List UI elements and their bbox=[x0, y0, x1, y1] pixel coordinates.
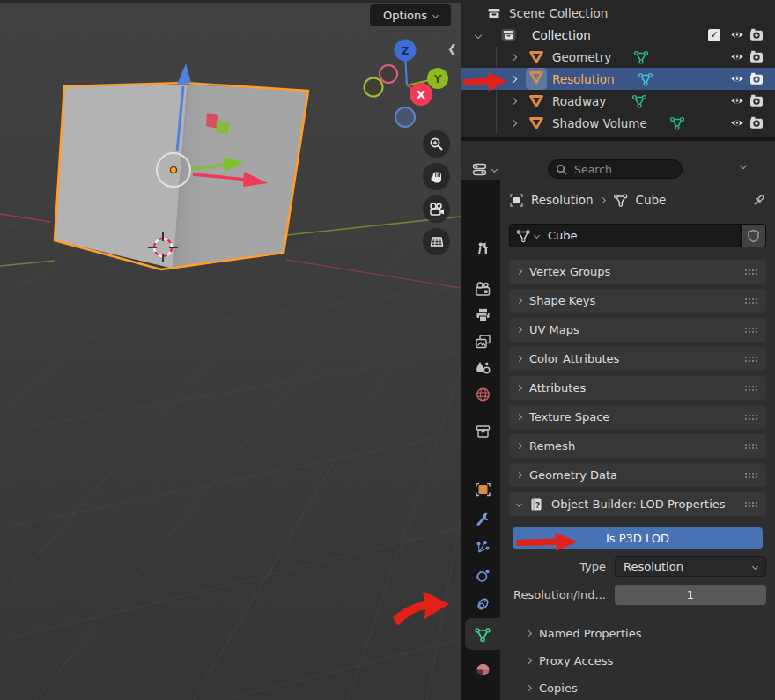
search-input[interactable] bbox=[572, 162, 669, 177]
panel-uv-maps[interactable]: UV Maps bbox=[509, 318, 766, 342]
tab-output[interactable] bbox=[465, 301, 500, 329]
navigation-gizmo[interactable]: Z Y X bbox=[359, 35, 458, 130]
outliner-row-shadow-volume[interactable]: Shadow Volume bbox=[461, 112, 775, 134]
expand-chevron-icon[interactable] bbox=[510, 75, 517, 82]
eye-icon[interactable] bbox=[730, 94, 744, 107]
axis-ball-neg-x bbox=[380, 65, 397, 83]
wrench-icon bbox=[475, 512, 491, 527]
panel-grip-icon[interactable] bbox=[744, 297, 758, 306]
camera-restrict-icon[interactable] bbox=[749, 94, 764, 107]
expand-chevron-icon[interactable] bbox=[475, 31, 482, 38]
pan-button[interactable] bbox=[423, 163, 450, 190]
mesh-data-icon bbox=[515, 228, 531, 243]
tab-world[interactable] bbox=[465, 380, 500, 409]
outliner-row-geometry[interactable]: Geometry bbox=[461, 46, 775, 68]
tab-tool[interactable] bbox=[465, 234, 500, 262]
tab-scene[interactable] bbox=[465, 354, 500, 382]
panel-lod-properties[interactable]: ? Object Builder: LOD Properties bbox=[509, 492, 766, 516]
subpanel-proxy-access[interactable]: Proxy Access bbox=[509, 650, 766, 671]
tab-collection[interactable] bbox=[465, 417, 500, 446]
panel-texture-space[interactable]: Texture Space bbox=[509, 405, 766, 429]
panel-grip-icon[interactable] bbox=[744, 355, 758, 364]
pin-icon[interactable] bbox=[751, 193, 766, 208]
search-icon bbox=[556, 164, 567, 175]
tab-view-layer[interactable] bbox=[465, 328, 500, 356]
panel-grip-icon[interactable] bbox=[744, 384, 758, 393]
panel-vertex-groups[interactable]: Vertex Groups bbox=[509, 260, 766, 284]
eye-icon[interactable] bbox=[730, 28, 744, 41]
particles-icon bbox=[475, 540, 491, 556]
panel-color-attributes[interactable]: Color Attributes bbox=[509, 347, 766, 371]
panel-grip-icon[interactable] bbox=[744, 471, 758, 480]
camera-restrict-icon[interactable] bbox=[749, 28, 764, 41]
object-icon bbox=[528, 92, 545, 109]
panel-grip-icon[interactable] bbox=[744, 326, 758, 335]
options-dropdown[interactable]: Options bbox=[370, 4, 451, 26]
mesh-name-value[interactable]: Cube bbox=[548, 229, 578, 242]
camera-restrict-icon[interactable] bbox=[749, 50, 764, 63]
panel-grip-icon[interactable] bbox=[744, 442, 758, 451]
tab-material[interactable] bbox=[465, 655, 500, 683]
shield-icon bbox=[747, 229, 760, 243]
view-layer-icon bbox=[475, 334, 491, 350]
editor-type-dropdown[interactable] bbox=[472, 160, 505, 179]
expand-chevron-icon[interactable] bbox=[510, 53, 517, 60]
orthographic-toggle-button[interactable] bbox=[423, 228, 450, 255]
breadcrumb-separator-icon bbox=[600, 196, 606, 203]
panel-shape-keys[interactable]: Shape Keys bbox=[509, 289, 766, 313]
header-collapse-chevron-icon[interactable] bbox=[740, 162, 747, 169]
breadcrumb-data-name[interactable]: Cube bbox=[636, 193, 667, 207]
mesh-name-row: Cube bbox=[509, 224, 766, 247]
tab-particles[interactable] bbox=[465, 534, 500, 562]
camera-view-button[interactable] bbox=[423, 195, 450, 223]
panel-grip-icon[interactable] bbox=[744, 413, 758, 422]
resolution-index-field[interactable]: 1 bbox=[615, 585, 766, 605]
subpanel-copies[interactable]: Copies bbox=[509, 677, 766, 698]
object-breadcrumb-icon bbox=[509, 193, 524, 208]
is-p3d-lod-toggle[interactable]: Is P3D LOD bbox=[513, 527, 763, 549]
expand-chevron-icon[interactable] bbox=[510, 97, 517, 104]
panel-grip-icon[interactable] bbox=[744, 500, 758, 509]
outliner-row-collection[interactable]: Collection ✓ bbox=[461, 24, 775, 46]
panel-geometry-data[interactable]: Geometry Data bbox=[509, 463, 766, 487]
panel-grip-icon[interactable] bbox=[744, 268, 758, 276]
tab-constraints[interactable] bbox=[465, 590, 500, 618]
breadcrumb: Resolution Cube bbox=[509, 188, 766, 211]
breadcrumb-object-name[interactable]: Resolution bbox=[531, 193, 594, 207]
eye-icon[interactable] bbox=[730, 72, 744, 85]
outliner-row-resolution[interactable]: Resolution bbox=[461, 68, 775, 90]
3d-viewport[interactable]: Options ❮ Z Y X bbox=[0, 0, 461, 700]
tab-modifiers[interactable] bbox=[465, 505, 500, 534]
panel-attributes[interactable]: Attributes bbox=[509, 376, 766, 400]
panel-remesh[interactable]: Remesh bbox=[509, 434, 766, 458]
collection-checkbox[interactable]: ✓ bbox=[708, 29, 720, 41]
world-globe-icon bbox=[475, 387, 491, 402]
tab-object[interactable] bbox=[465, 475, 500, 504]
search-box[interactable] bbox=[548, 159, 683, 179]
eye-icon[interactable] bbox=[730, 116, 744, 129]
outliner-label: Scene Collection bbox=[509, 6, 608, 20]
material-sphere-icon bbox=[475, 661, 491, 678]
outliner-row-scene-collection[interactable]: Scene Collection bbox=[461, 2, 775, 24]
panel-chevron-icon bbox=[516, 327, 522, 333]
browse-mesh-chevron-icon[interactable] bbox=[534, 232, 540, 239]
expand-chevron-icon[interactable] bbox=[510, 119, 517, 126]
mesh-name-field[interactable]: Cube bbox=[509, 224, 742, 247]
eye-icon[interactable] bbox=[730, 50, 744, 63]
camera-restrict-icon[interactable] bbox=[749, 72, 764, 85]
camera-restrict-icon[interactable] bbox=[749, 116, 764, 129]
panel-label: Geometry Data bbox=[529, 468, 736, 482]
lod-subpanels: Named Properties Proxy Access Copies bbox=[509, 623, 766, 698]
lod-resolution-row: Resolution/Ind... 1 bbox=[509, 585, 766, 605]
outliner-label: Geometry bbox=[552, 50, 611, 64]
panel-label: UV Maps bbox=[529, 323, 736, 336]
tab-physics[interactable] bbox=[465, 562, 500, 590]
zoom-button[interactable] bbox=[423, 130, 450, 158]
subpanel-named-properties[interactable]: Named Properties bbox=[509, 623, 766, 644]
options-label: Options bbox=[383, 9, 427, 22]
tab-object-data[interactable] bbox=[465, 618, 500, 650]
lod-type-dropdown[interactable]: Resolution bbox=[615, 556, 766, 577]
tab-render[interactable] bbox=[465, 275, 500, 303]
outliner-row-roadway[interactable]: Roadway bbox=[461, 90, 775, 112]
fake-user-button[interactable] bbox=[742, 224, 766, 247]
